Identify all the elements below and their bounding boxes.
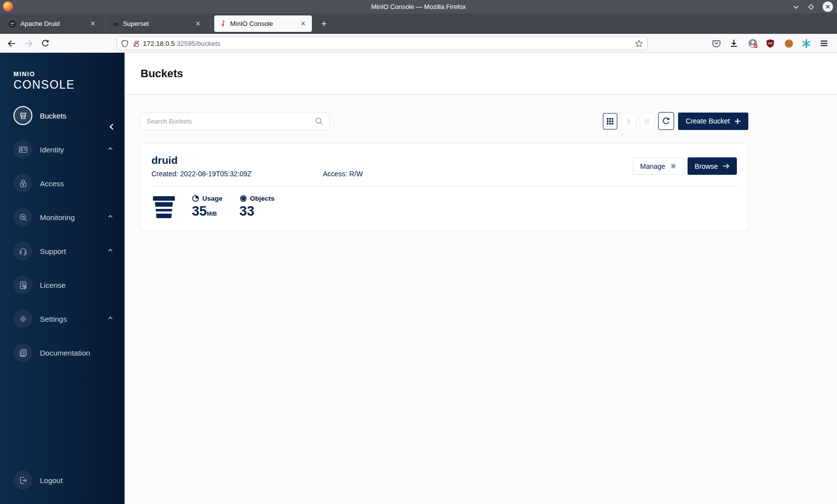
- sidebar: MINIO CONSOLE Buckets Identity: [0, 53, 125, 504]
- replication-actions-button[interactable]: [621, 113, 636, 129]
- url-host: 172.18.0.5: [143, 40, 175, 47]
- url-bar[interactable]: 172.18.0.5:32595/buckets: [117, 36, 648, 50]
- cookie-extension-icon[interactable]: [783, 38, 794, 49]
- bucket-name: druid: [151, 154, 363, 166]
- chevron-up-icon[interactable]: [107, 315, 114, 321]
- logout-icon: [13, 471, 32, 490]
- bucket-created: Created: 2022-08-19T05:32:09Z: [151, 170, 323, 178]
- browse-button[interactable]: Browse: [688, 157, 737, 175]
- usage-label: Usage: [202, 195, 223, 202]
- objects-metric: Objects 33: [240, 195, 275, 219]
- sidebar-item-label: Buckets: [40, 112, 66, 120]
- objects-label: Objects: [250, 195, 275, 202]
- sidebar-item-label: Settings: [40, 315, 67, 323]
- hamburger-menu-icon[interactable]: [819, 38, 830, 49]
- page-header: Buckets: [125, 53, 837, 95]
- sidebar-item-monitoring[interactable]: Monitoring: [0, 200, 125, 234]
- search-input[interactable]: [146, 118, 315, 125]
- manage-gear-icon: [670, 162, 677, 170]
- card-divider: [151, 186, 737, 186]
- create-bucket-button[interactable]: Create Bucket: [678, 113, 748, 130]
- main-content: Buckets: [125, 53, 837, 504]
- forward-button[interactable]: [23, 38, 34, 49]
- license-document-icon: [13, 275, 32, 294]
- page-title: Buckets: [140, 67, 183, 80]
- tab-strip: Apache Druid ✕ ∞ Superset ✕ MinIO Consol…: [0, 13, 837, 34]
- sidebar-item-access[interactable]: Access: [0, 166, 125, 200]
- minio-flamingo-tab-icon: [219, 20, 226, 27]
- sidebar-item-label: Monitoring: [40, 213, 75, 222]
- tab-superset[interactable]: ∞ Superset ✕: [109, 15, 207, 32]
- usage-unit: MiB: [207, 211, 217, 217]
- tab-apache-druid[interactable]: Apache Druid ✕: [4, 15, 102, 32]
- window-titlebar: MinIO Console — Mozilla Firefox: [0, 0, 837, 13]
- sidebar-menu: Buckets Identity Access Monitoring: [0, 99, 125, 370]
- tab-title: Superset: [123, 20, 190, 27]
- search-box: [140, 113, 330, 130]
- window-maximize-button[interactable]: [808, 3, 815, 10]
- grid-view-toggle-button[interactable]: [603, 113, 617, 129]
- bucket-icon: [13, 106, 32, 125]
- sidebar-item-support[interactable]: Support: [0, 234, 125, 268]
- pocket-icon[interactable]: [711, 38, 722, 49]
- sidebar-item-logout[interactable]: Logout: [0, 463, 125, 497]
- logo-minio-text: MINIO: [13, 71, 125, 78]
- tab-separator: [105, 19, 106, 29]
- tab-close-icon[interactable]: ✕: [299, 20, 307, 27]
- tab-title: MinIO Console: [230, 20, 295, 27]
- sidebar-item-label: Logout: [40, 476, 63, 485]
- back-button[interactable]: [6, 38, 17, 49]
- usage-pie-icon: [192, 195, 199, 202]
- sidebar-item-license[interactable]: License: [0, 268, 125, 302]
- manage-label: Manage: [640, 162, 666, 170]
- tab-close-icon[interactable]: ✕: [194, 20, 202, 27]
- sidebar-item-label: Identity: [40, 145, 64, 154]
- window-minimize-button[interactable]: [793, 3, 800, 10]
- sidebar-item-documentation[interactable]: Documentation: [0, 336, 125, 370]
- insecure-lock-icon[interactable]: [133, 40, 140, 47]
- usage-metric: Usage 35MiB: [192, 195, 223, 219]
- shield-permissions-icon[interactable]: [121, 40, 129, 47]
- settings-gear-icon: [13, 309, 32, 328]
- ublock-origin-icon[interactable]: UO: [765, 38, 776, 49]
- chevron-up-icon[interactable]: [107, 213, 114, 220]
- tab-close-icon[interactable]: ✕: [89, 20, 97, 27]
- url-text: 172.18.0.5:32595/buckets: [143, 40, 635, 47]
- account-extension-icon[interactable]: [747, 38, 758, 49]
- buckets-toolbar: Create Bucket: [140, 112, 748, 130]
- tab-title: Apache Druid: [20, 20, 85, 27]
- monitoring-search-icon: [13, 208, 32, 227]
- bookmark-star-icon[interactable]: [635, 39, 643, 48]
- bucket-access: Access: R/W: [323, 170, 363, 178]
- bucket-large-icon: [151, 195, 176, 219]
- logo-console-text: CONSOLE: [13, 78, 125, 92]
- chevron-up-icon[interactable]: [107, 247, 114, 253]
- refresh-button[interactable]: [658, 112, 674, 130]
- support-headset-icon: [13, 242, 32, 260]
- sidebar-item-label: Access: [40, 179, 64, 188]
- svg-text:UO: UO: [768, 41, 772, 45]
- url-path: :32595/buckets: [175, 40, 221, 47]
- downloads-icon[interactable]: [728, 38, 739, 49]
- reload-button[interactable]: [40, 38, 51, 49]
- minio-console-logo: MINIO CONSOLE: [0, 53, 125, 92]
- create-bucket-label: Create Bucket: [686, 117, 730, 125]
- sidebar-item-settings[interactable]: Settings: [0, 302, 125, 336]
- chevron-up-icon[interactable]: [107, 145, 114, 152]
- sidebar-item-label: License: [40, 281, 66, 289]
- documentation-book-icon: [13, 343, 32, 362]
- browser-toolbar: 172.18.0.5:32595/buckets UO: [0, 34, 837, 53]
- manage-button[interactable]: Manage: [633, 157, 685, 175]
- multi-account-containers-icon[interactable]: [801, 38, 812, 49]
- sidebar-item-identity[interactable]: Identity: [0, 132, 125, 166]
- tab-separator: [210, 19, 211, 29]
- druid-tab-icon: [8, 20, 16, 28]
- bucket-card-druid[interactable]: druid Created: 2022-08-19T05:32:09Z Acce…: [140, 143, 748, 231]
- delete-bucket-button[interactable]: [640, 113, 654, 129]
- sidebar-item-buckets[interactable]: Buckets: [0, 99, 125, 132]
- superset-tab-icon: ∞: [114, 20, 119, 27]
- tab-minio-console[interactable]: MinIO Console ✕: [214, 15, 312, 32]
- new-tab-button[interactable]: +: [317, 17, 331, 31]
- plus-icon: [734, 118, 741, 125]
- window-close-button[interactable]: [823, 1, 833, 12]
